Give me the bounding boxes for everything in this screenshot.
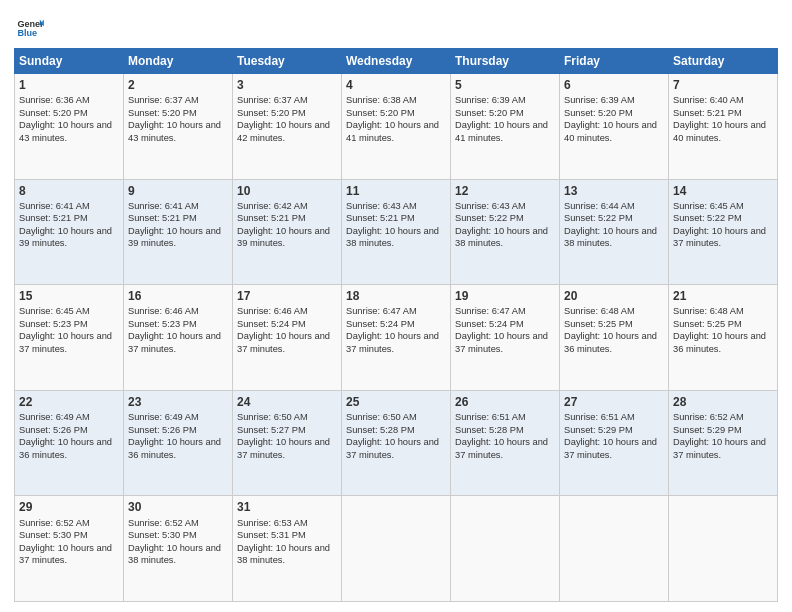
day-number: 10	[237, 183, 337, 199]
day-number: 19	[455, 288, 555, 304]
calendar-cell: 11Sunrise: 6:43 AM Sunset: 5:21 PM Dayli…	[342, 179, 451, 285]
cell-content: Sunrise: 6:43 AM Sunset: 5:21 PM Dayligh…	[346, 200, 446, 250]
calendar-cell: 16Sunrise: 6:46 AM Sunset: 5:23 PM Dayli…	[124, 285, 233, 391]
day-number: 15	[19, 288, 119, 304]
calendar-cell: 4Sunrise: 6:38 AM Sunset: 5:20 PM Daylig…	[342, 74, 451, 180]
cell-content: Sunrise: 6:39 AM Sunset: 5:20 PM Dayligh…	[564, 94, 664, 144]
calendar-cell: 20Sunrise: 6:48 AM Sunset: 5:25 PM Dayli…	[560, 285, 669, 391]
calendar-cell	[669, 496, 778, 602]
calendar-week-3: 15Sunrise: 6:45 AM Sunset: 5:23 PM Dayli…	[15, 285, 778, 391]
cell-content: Sunrise: 6:53 AM Sunset: 5:31 PM Dayligh…	[237, 517, 337, 567]
day-number: 21	[673, 288, 773, 304]
day-number: 14	[673, 183, 773, 199]
calendar-cell: 21Sunrise: 6:48 AM Sunset: 5:25 PM Dayli…	[669, 285, 778, 391]
calendar-cell: 6Sunrise: 6:39 AM Sunset: 5:20 PM Daylig…	[560, 74, 669, 180]
calendar-cell: 31Sunrise: 6:53 AM Sunset: 5:31 PM Dayli…	[233, 496, 342, 602]
cell-content: Sunrise: 6:52 AM Sunset: 5:29 PM Dayligh…	[673, 411, 773, 461]
cell-content: Sunrise: 6:41 AM Sunset: 5:21 PM Dayligh…	[19, 200, 119, 250]
day-number: 8	[19, 183, 119, 199]
day-number: 26	[455, 394, 555, 410]
day-header-thursday: Thursday	[451, 49, 560, 74]
cell-content: Sunrise: 6:50 AM Sunset: 5:27 PM Dayligh…	[237, 411, 337, 461]
calendar-cell: 10Sunrise: 6:42 AM Sunset: 5:21 PM Dayli…	[233, 179, 342, 285]
day-number: 11	[346, 183, 446, 199]
calendar-cell: 27Sunrise: 6:51 AM Sunset: 5:29 PM Dayli…	[560, 390, 669, 496]
calendar-cell	[451, 496, 560, 602]
cell-content: Sunrise: 6:44 AM Sunset: 5:22 PM Dayligh…	[564, 200, 664, 250]
day-number: 31	[237, 499, 337, 515]
cell-content: Sunrise: 6:47 AM Sunset: 5:24 PM Dayligh…	[455, 305, 555, 355]
calendar-cell: 14Sunrise: 6:45 AM Sunset: 5:22 PM Dayli…	[669, 179, 778, 285]
calendar-cell: 8Sunrise: 6:41 AM Sunset: 5:21 PM Daylig…	[15, 179, 124, 285]
day-number: 25	[346, 394, 446, 410]
day-number: 20	[564, 288, 664, 304]
calendar-cell: 3Sunrise: 6:37 AM Sunset: 5:20 PM Daylig…	[233, 74, 342, 180]
day-header-friday: Friday	[560, 49, 669, 74]
cell-content: Sunrise: 6:48 AM Sunset: 5:25 PM Dayligh…	[673, 305, 773, 355]
cell-content: Sunrise: 6:47 AM Sunset: 5:24 PM Dayligh…	[346, 305, 446, 355]
calendar-cell: 25Sunrise: 6:50 AM Sunset: 5:28 PM Dayli…	[342, 390, 451, 496]
calendar-cell: 7Sunrise: 6:40 AM Sunset: 5:21 PM Daylig…	[669, 74, 778, 180]
day-number: 18	[346, 288, 446, 304]
calendar-cell: 28Sunrise: 6:52 AM Sunset: 5:29 PM Dayli…	[669, 390, 778, 496]
svg-text:Blue: Blue	[17, 28, 37, 38]
cell-content: Sunrise: 6:46 AM Sunset: 5:23 PM Dayligh…	[128, 305, 228, 355]
day-number: 4	[346, 77, 446, 93]
calendar-cell: 12Sunrise: 6:43 AM Sunset: 5:22 PM Dayli…	[451, 179, 560, 285]
day-number: 29	[19, 499, 119, 515]
day-number: 12	[455, 183, 555, 199]
cell-content: Sunrise: 6:36 AM Sunset: 5:20 PM Dayligh…	[19, 94, 119, 144]
day-number: 6	[564, 77, 664, 93]
calendar-week-4: 22Sunrise: 6:49 AM Sunset: 5:26 PM Dayli…	[15, 390, 778, 496]
logo-icon: General Blue	[16, 14, 44, 42]
day-number: 27	[564, 394, 664, 410]
cell-content: Sunrise: 6:52 AM Sunset: 5:30 PM Dayligh…	[19, 517, 119, 567]
cell-content: Sunrise: 6:41 AM Sunset: 5:21 PM Dayligh…	[128, 200, 228, 250]
cell-content: Sunrise: 6:50 AM Sunset: 5:28 PM Dayligh…	[346, 411, 446, 461]
calendar-cell: 22Sunrise: 6:49 AM Sunset: 5:26 PM Dayli…	[15, 390, 124, 496]
page: General Blue SundayMondayTuesdayWednesda…	[0, 0, 792, 612]
cell-content: Sunrise: 6:38 AM Sunset: 5:20 PM Dayligh…	[346, 94, 446, 144]
day-header-monday: Monday	[124, 49, 233, 74]
day-number: 23	[128, 394, 228, 410]
calendar-table: SundayMondayTuesdayWednesdayThursdayFrid…	[14, 48, 778, 602]
calendar-cell	[560, 496, 669, 602]
logo: General Blue	[14, 14, 44, 42]
calendar-cell: 18Sunrise: 6:47 AM Sunset: 5:24 PM Dayli…	[342, 285, 451, 391]
day-number: 22	[19, 394, 119, 410]
calendar-body: 1Sunrise: 6:36 AM Sunset: 5:20 PM Daylig…	[15, 74, 778, 602]
cell-content: Sunrise: 6:46 AM Sunset: 5:24 PM Dayligh…	[237, 305, 337, 355]
day-header-tuesday: Tuesday	[233, 49, 342, 74]
cell-content: Sunrise: 6:37 AM Sunset: 5:20 PM Dayligh…	[128, 94, 228, 144]
calendar-cell: 23Sunrise: 6:49 AM Sunset: 5:26 PM Dayli…	[124, 390, 233, 496]
cell-content: Sunrise: 6:48 AM Sunset: 5:25 PM Dayligh…	[564, 305, 664, 355]
day-number: 3	[237, 77, 337, 93]
calendar-cell: 2Sunrise: 6:37 AM Sunset: 5:20 PM Daylig…	[124, 74, 233, 180]
calendar-cell: 30Sunrise: 6:52 AM Sunset: 5:30 PM Dayli…	[124, 496, 233, 602]
day-header-saturday: Saturday	[669, 49, 778, 74]
cell-content: Sunrise: 6:49 AM Sunset: 5:26 PM Dayligh…	[128, 411, 228, 461]
cell-content: Sunrise: 6:40 AM Sunset: 5:21 PM Dayligh…	[673, 94, 773, 144]
calendar-cell: 26Sunrise: 6:51 AM Sunset: 5:28 PM Dayli…	[451, 390, 560, 496]
cell-content: Sunrise: 6:39 AM Sunset: 5:20 PM Dayligh…	[455, 94, 555, 144]
cell-content: Sunrise: 6:52 AM Sunset: 5:30 PM Dayligh…	[128, 517, 228, 567]
cell-content: Sunrise: 6:51 AM Sunset: 5:29 PM Dayligh…	[564, 411, 664, 461]
day-number: 16	[128, 288, 228, 304]
day-number: 30	[128, 499, 228, 515]
calendar-week-2: 8Sunrise: 6:41 AM Sunset: 5:21 PM Daylig…	[15, 179, 778, 285]
cell-content: Sunrise: 6:37 AM Sunset: 5:20 PM Dayligh…	[237, 94, 337, 144]
day-number: 7	[673, 77, 773, 93]
day-number: 5	[455, 77, 555, 93]
day-header-sunday: Sunday	[15, 49, 124, 74]
calendar-header-row: SundayMondayTuesdayWednesdayThursdayFrid…	[15, 49, 778, 74]
calendar-cell: 24Sunrise: 6:50 AM Sunset: 5:27 PM Dayli…	[233, 390, 342, 496]
calendar-cell: 9Sunrise: 6:41 AM Sunset: 5:21 PM Daylig…	[124, 179, 233, 285]
cell-content: Sunrise: 6:42 AM Sunset: 5:21 PM Dayligh…	[237, 200, 337, 250]
day-number: 24	[237, 394, 337, 410]
cell-content: Sunrise: 6:49 AM Sunset: 5:26 PM Dayligh…	[19, 411, 119, 461]
calendar-cell: 17Sunrise: 6:46 AM Sunset: 5:24 PM Dayli…	[233, 285, 342, 391]
cell-content: Sunrise: 6:51 AM Sunset: 5:28 PM Dayligh…	[455, 411, 555, 461]
header: General Blue	[14, 10, 778, 42]
cell-content: Sunrise: 6:43 AM Sunset: 5:22 PM Dayligh…	[455, 200, 555, 250]
calendar-cell: 13Sunrise: 6:44 AM Sunset: 5:22 PM Dayli…	[560, 179, 669, 285]
